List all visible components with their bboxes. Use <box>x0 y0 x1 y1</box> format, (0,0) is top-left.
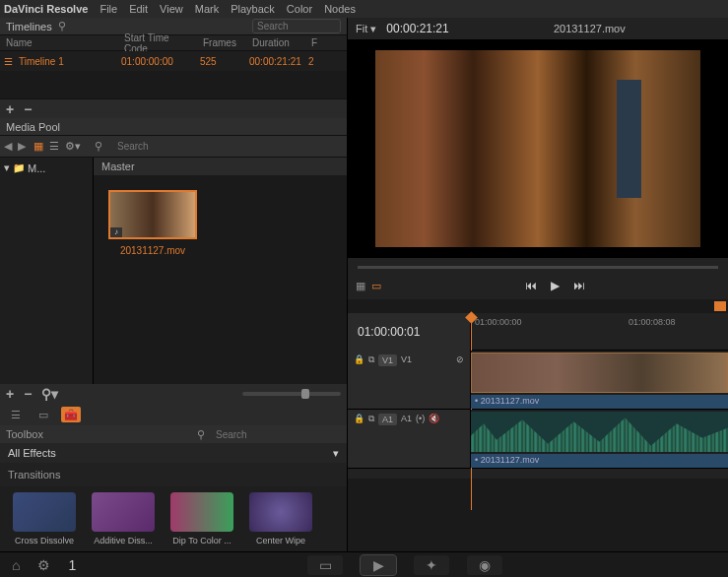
next-clip-button[interactable]: ⏭ <box>573 279 585 292</box>
edit-tool-tabs: ☰ ▭ 🧰 <box>0 404 347 425</box>
video-clip[interactable] <box>471 353 728 393</box>
video-track-header[interactable]: 🔒 ⧉ V1 V1 ⊘ <box>348 351 471 409</box>
transition-label: Cross Dissolve <box>10 536 79 545</box>
film-icon[interactable]: ▭ <box>371 280 381 292</box>
timelines-search-input[interactable] <box>252 19 341 33</box>
menu-edit[interactable]: Edit <box>129 3 148 15</box>
mute-icon[interactable]: 🔇 <box>429 414 439 423</box>
col-extra[interactable]: F <box>305 37 323 48</box>
col-name[interactable]: Name <box>0 37 118 48</box>
ruler-tick: 01:00:00:00 <box>475 317 522 327</box>
home-icon[interactable]: ⌂ <box>12 557 20 573</box>
timeline-zoom-bar[interactable] <box>348 299 728 313</box>
lock-icon[interactable]: 🔒 <box>354 414 364 423</box>
timeline-position-tc[interactable]: 01:00:00:01 <box>348 313 471 351</box>
transport-bar: ▦ ▭ ⏮ ▶ ⏭ <box>348 272 728 299</box>
timeline-area: 01:00:00:01 01:00:00:00 01:00:08:08 🔒 ⧉ … <box>348 313 728 551</box>
transition-thumb <box>13 492 76 532</box>
audio-track-lane[interactable]: • 20131127.mov <box>471 410 728 468</box>
toolbox-header: Toolbox ⚲ <box>0 425 347 443</box>
deliver-page-button[interactable]: ◉ <box>467 555 502 575</box>
settings-icon[interactable]: ⚙ <box>37 557 50 573</box>
nav-back-icon[interactable]: ◀ <box>4 140 12 153</box>
remove-bin-button[interactable]: − <box>24 386 32 402</box>
options-icon[interactable]: ⚙▾ <box>65 140 81 153</box>
search-icon: ⚲ <box>197 428 205 441</box>
search-icon: ⚲ <box>58 20 66 32</box>
ruler-tick: 01:00:08:08 <box>629 317 676 327</box>
audio-track-header[interactable]: 🔒 ⧉ A1 A1 (•) 🔇 <box>348 410 471 468</box>
remove-timeline-button[interactable]: − <box>24 101 32 117</box>
track-badge[interactable]: V1 <box>378 354 397 366</box>
transition-item[interactable]: Dip To Color ... <box>167 492 236 545</box>
audio-clip[interactable] <box>471 412 728 452</box>
bin-master[interactable]: ▾ 📁 M... <box>4 161 89 174</box>
clip-name: 20131127.mov <box>108 245 197 256</box>
solo-icon[interactable]: (•) <box>416 414 425 423</box>
timeline-row[interactable]: ☰ Timeline 1 01:00:00:00 525 00:00:21:21… <box>0 51 347 71</box>
disable-icon[interactable]: ⊘ <box>456 354 464 364</box>
list-view-icon[interactable]: ☰ <box>49 140 59 153</box>
list-tab-icon[interactable]: ☰ <box>6 407 26 422</box>
viewer-scrubber[interactable] <box>348 258 728 272</box>
transition-item[interactable]: Center Wipe <box>246 492 315 545</box>
menu-mark[interactable]: Mark <box>195 3 219 15</box>
toolbox-title: Toolbox <box>6 428 43 440</box>
effects-filter-dropdown[interactable]: All Effects ▾ <box>0 443 347 463</box>
zoom-slider[interactable] <box>242 392 341 396</box>
toolbox-tab-icon[interactable]: 🧰 <box>61 407 81 422</box>
grid-icon[interactable]: ▦ <box>356 280 365 292</box>
track-badge[interactable]: A1 <box>378 414 397 425</box>
timeline-scrollbar[interactable] <box>348 469 728 479</box>
timelines-title: Timelines <box>6 21 52 32</box>
timelines-columns: Name Start Time Code Frames Duration F <box>0 35 347 51</box>
timeline-icon: ☰ <box>4 56 13 67</box>
transition-item[interactable]: Additive Diss... <box>89 492 158 545</box>
bin-label: M... <box>28 162 45 174</box>
track-label: V1 <box>401 354 412 364</box>
filter-label: All Effects <box>8 447 56 459</box>
timeline-extra: 2 <box>302 56 320 67</box>
zoom-handle[interactable] <box>714 301 726 311</box>
video-tab-icon[interactable]: ▭ <box>33 407 53 422</box>
col-duration[interactable]: Duration <box>246 37 305 48</box>
lock-icon[interactable]: 🔒 <box>354 354 364 364</box>
bin-breadcrumb: Master <box>94 158 347 175</box>
viewer-canvas[interactable] <box>348 39 728 258</box>
link-icon[interactable]: ⧉ <box>368 354 374 365</box>
add-timeline-button[interactable]: + <box>6 101 14 117</box>
menu-file[interactable]: File <box>99 3 117 15</box>
mediapool-search-input[interactable] <box>113 139 343 154</box>
viewer-clip-name: 20131127.mov <box>554 23 626 34</box>
timeline-start: 01:00:00:00 <box>115 56 194 67</box>
video-track: 🔒 ⧉ V1 V1 ⊘ • 20131127.mov <box>348 351 728 410</box>
search-bin-button[interactable]: ⚲▾ <box>41 386 58 402</box>
audio-track: 🔒 ⧉ A1 A1 (•) 🔇 • 20131127.mov <box>348 410 728 469</box>
toolbox-search-input[interactable] <box>216 429 341 440</box>
menu-color[interactable]: Color <box>287 3 312 15</box>
add-bin-button[interactable]: + <box>6 386 14 402</box>
clip-thumbnail[interactable]: ♪ 20131127.mov <box>108 190 197 256</box>
nav-forward-icon[interactable]: ▶ <box>18 140 26 153</box>
col-frames[interactable]: Frames <box>197 37 246 48</box>
timeline-ruler[interactable]: 01:00:00:00 01:00:08:08 <box>471 313 728 351</box>
clip-label: • 20131127.mov <box>471 395 728 409</box>
transition-thumb <box>92 492 155 532</box>
color-page-button[interactable]: ✦ <box>414 555 449 575</box>
transitions-grid: Cross Dissolve Additive Diss... Dip To C… <box>0 486 347 551</box>
link-icon[interactable]: ⧉ <box>368 414 374 424</box>
prev-clip-button[interactable]: ⏮ <box>525 279 537 292</box>
edit-page-button[interactable]: ▶ <box>361 555 396 575</box>
menu-view[interactable]: View <box>160 3 183 15</box>
clip-preview-image: ♪ <box>108 190 197 239</box>
chevron-down-icon: ▾ <box>4 161 10 174</box>
fit-dropdown[interactable]: Fit ▾ <box>356 23 376 35</box>
media-page-button[interactable]: ▭ <box>307 555 343 575</box>
thumbnail-view-icon[interactable]: ▦ <box>33 140 43 153</box>
transition-item[interactable]: Cross Dissolve <box>10 492 79 545</box>
play-button[interactable]: ▶ <box>551 279 560 292</box>
menubar: DaVinci Resolve File Edit View Mark Play… <box>0 0 728 18</box>
video-track-lane[interactable]: • 20131127.mov <box>471 351 728 409</box>
menu-nodes[interactable]: Nodes <box>324 3 356 15</box>
menu-playback[interactable]: Playback <box>231 3 275 15</box>
